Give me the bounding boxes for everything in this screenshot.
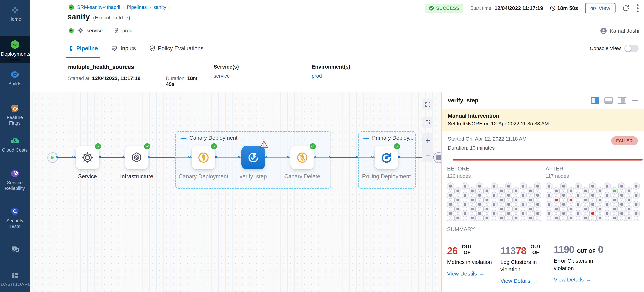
collapse-stage-icon[interactable]: — — [364, 135, 369, 141]
sidebar-item-deployments[interactable]: ∞ Deployments — [0, 36, 30, 63]
svg-text:∞: ∞ — [70, 5, 72, 9]
node-verify-step[interactable] — [242, 146, 265, 169]
tab-pipeline[interactable]: Pipeline — [68, 39, 98, 58]
run-name: multiple_health_sources — [68, 64, 206, 70]
metrics-violations-count: 26 — [447, 245, 458, 256]
deployments-icon: ∞ — [0, 39, 30, 50]
refresh-button[interactable] — [622, 5, 629, 11]
sidebar-item-security-tests[interactable]: Security Tests — [0, 206, 30, 229]
log-clusters-violations: 78 — [516, 245, 526, 256]
user-chip[interactable]: Kamal Joshi — [600, 27, 639, 34]
log-clusters-view-details-link[interactable]: View Details → — [500, 278, 554, 284]
project-module-icon: ∞ — [68, 4, 74, 10]
node-service[interactable] — [76, 146, 99, 169]
breadcrumb-pipeline-link[interactable]: sanity — [154, 4, 166, 10]
environment-tag[interactable]: prod — [122, 28, 132, 33]
sidebar-item-dashboards[interactable]: DASHBOARDS — [0, 270, 30, 287]
node-canary-deployment[interactable] — [192, 146, 215, 169]
run-info-main: multiple_health_sources Started at: 12/0… — [68, 64, 206, 92]
pipeline-canvas[interactable]: — Canary Deployment — Primary Deploy... — [30, 92, 442, 292]
out-of-label: OUT OF — [460, 244, 474, 256]
arrow-right-icon: → — [479, 271, 485, 277]
verify-icon — [247, 152, 259, 164]
duration-group: 18m 50s — [550, 5, 578, 11]
environments-label: Environment(s) — [312, 64, 417, 70]
stage-group-canary-label: Canary Deployment — [189, 135, 238, 141]
fullscreen-button[interactable] — [422, 99, 434, 110]
fullscreen-icon — [425, 102, 430, 107]
builds-icon — [0, 69, 30, 80]
edge-connector — [56, 156, 58, 158]
sidebar-item-feature-flags[interactable]: Feature Flags — [0, 103, 30, 126]
tab-policy-evaluations[interactable]: Policy Evaluations — [150, 39, 204, 58]
run-info-bar: multiple_health_sources Started at: 12/0… — [30, 58, 644, 92]
page-title: sanity — [67, 12, 90, 21]
sidebar-item-home[interactable]: Home — [0, 5, 30, 22]
feature-flags-icon — [0, 103, 30, 114]
before-node-grid[interactable] — [447, 182, 542, 221]
edge-connector — [122, 156, 124, 158]
summary-heading: SUMMARY — [447, 226, 644, 232]
cloud-costs-icon: $ — [0, 136, 30, 146]
sidebar-item-builds[interactable]: Builds — [0, 69, 30, 86]
summary-section: 26OUT OF Metrics in violation View Detai… — [442, 236, 644, 284]
service-tag[interactable]: service — [86, 28, 103, 33]
pipeline-start-node[interactable] — [47, 152, 58, 163]
tab-policy-label: Policy Evaluations — [158, 45, 204, 52]
status-badge: SUCCESS — [425, 4, 464, 13]
selection-mode-button[interactable] — [422, 117, 434, 128]
execution-id: (Execution Id: 7) — [93, 15, 130, 21]
check-circle-icon — [429, 6, 434, 11]
edge-connector — [329, 156, 332, 158]
node-canary-delete[interactable] — [290, 146, 314, 169]
breadcrumb: ∞ SRM-sanity-4thapril › Pipelines › sani… — [68, 4, 170, 10]
error-clusters-label: Error Clusters in violation — [554, 257, 606, 272]
view-button[interactable]: View — [585, 3, 616, 13]
user-name: Kamal Joshi — [610, 28, 639, 34]
svg-text:∞: ∞ — [13, 42, 16, 47]
breadcrumb-pipelines-link[interactable]: Pipelines — [127, 4, 147, 10]
after-heading: AFTER — [546, 166, 644, 172]
success-check-icon — [310, 143, 316, 149]
chevron-right-icon: › — [149, 4, 151, 10]
svg-text:$: $ — [14, 139, 16, 143]
zoom-out-button[interactable]: − — [422, 148, 434, 162]
environments-column: Environment(s) prod — [312, 64, 417, 92]
stage-group-primary-label: Primary Deploy... — [372, 135, 414, 141]
minimize-panel-button[interactable] — [632, 100, 638, 101]
summary-error-clusters: 1190OUT OF0 Error Clusters in violation … — [554, 244, 612, 284]
before-node-count: 120 nodes — [447, 173, 546, 179]
edge-connector — [215, 156, 217, 158]
layout-split-right-button[interactable] — [591, 97, 599, 104]
edge-connector — [72, 156, 74, 158]
layout-floating-button[interactable] — [618, 97, 626, 104]
sidebar-item-service-reliability[interactable]: Service Reliability — [0, 168, 30, 191]
metrics-view-details-link[interactable]: View Details → — [447, 271, 500, 277]
banner-title: Manual Intervention — [448, 113, 638, 119]
start-time-group: Start time 12/04/2022 11:17:19 — [470, 5, 543, 11]
run-duration-label: Duration: — [166, 76, 186, 81]
node-label-infrastructure: Infrastructure — [111, 173, 162, 181]
error-clusters-view-details-link[interactable]: View Details → — [554, 277, 612, 283]
service-link[interactable]: service — [214, 73, 230, 79]
active-underline — [10, 60, 20, 60]
after-node-grid[interactable] — [546, 182, 640, 221]
sidebar-item-help[interactable]: ? — [0, 244, 30, 255]
more-options-button[interactable] — [636, 4, 639, 13]
layout-bottom-button[interactable] — [604, 97, 613, 104]
success-check-icon — [211, 143, 217, 149]
node-rolling-deployment[interactable] — [375, 146, 398, 169]
node-infrastructure[interactable] — [125, 146, 148, 169]
environment-link[interactable]: prod — [312, 73, 322, 79]
sidebar-label-deployments: Deployments — [0, 51, 30, 57]
out-of-label: OUT OF — [577, 248, 595, 254]
edge-connector — [356, 156, 358, 158]
harness-cd-icon: ∞ — [68, 27, 74, 34]
before-heading: BEFORE — [447, 166, 546, 172]
console-view-toggle[interactable] — [624, 45, 638, 52]
breadcrumb-project-link[interactable]: SRM-sanity-4thapril — [77, 4, 120, 10]
collapse-stage-icon[interactable]: — — [180, 135, 186, 141]
sidebar-item-cloud-costs[interactable]: $ Cloud Costs — [0, 136, 30, 153]
zoom-in-button[interactable]: + — [422, 133, 434, 148]
tab-inputs[interactable]: Inputs — [112, 39, 136, 58]
